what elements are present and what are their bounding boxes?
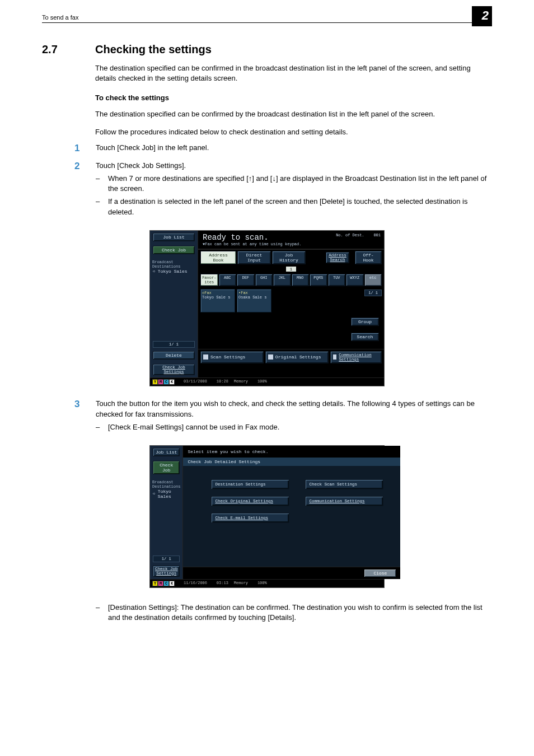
no-of-dest-label: No. of Dest.: [336, 233, 364, 237]
destination-item[interactable]: Tokyo Sales: [153, 269, 195, 274]
dest-card-tokyo[interactable]: ◇FaxTokyo Sale s: [200, 289, 235, 312]
alpha-wxyz[interactable]: WXYZ: [346, 274, 364, 286]
check-job-button[interactable]: Check Job: [153, 246, 195, 254]
scan-icon: [203, 354, 208, 360]
scan-settings-button[interactable]: Scan Settings: [200, 351, 264, 363]
dest-card-osaka[interactable]: ➧FaxOsaka Sale s: [237, 289, 271, 312]
destination-settings-button[interactable]: Destination Settings: [211, 479, 289, 489]
alpha-etc[interactable]: etc: [364, 274, 382, 286]
bullet: –[Destination Settings]: The destination…: [96, 603, 492, 624]
step-text: Touch the button for the item you wish t…: [96, 399, 492, 435]
alpha-tuv[interactable]: TUV: [328, 274, 346, 286]
tab-off-hook[interactable]: Off-Hook: [355, 251, 382, 264]
chapter-number-box: 2: [472, 6, 492, 26]
check-job-settings-button[interactable]: Check Job Settings: [153, 566, 180, 577]
card-page-counter: 1/ 1: [364, 290, 382, 296]
status-time: 03:13: [217, 581, 228, 585]
left-page-counter: 1/ 1: [153, 556, 180, 562]
ready-subtitle: ♥Fax can be sent at any time using keypa…: [198, 242, 384, 249]
select-item-title: Select item you wish to check.: [183, 446, 400, 458]
left-page-counter: 1/ 1: [153, 341, 195, 348]
section-heading: 2.7Checking the settings: [42, 43, 492, 56]
document-page: To send a fax 2 2.7Checking the settings…: [0, 0, 534, 756]
alpha-jkl[interactable]: JKL: [273, 274, 291, 286]
check-job-settings-button[interactable]: Check Job Settings: [153, 364, 195, 375]
check-original-settings-button[interactable]: Check Original Settings: [211, 496, 289, 506]
bullet: –If a destination is selected in the lef…: [96, 197, 492, 218]
step-number: 1: [74, 143, 96, 154]
communication-settings-button[interactable]: Communication Settings: [305, 496, 383, 506]
original-settings-button[interactable]: Original Settings: [265, 351, 329, 363]
step-1: 1 Touch [Check Job] in the left panel.: [42, 143, 492, 154]
step-number: 3: [74, 399, 96, 435]
job-list-button[interactable]: Job List: [153, 448, 180, 456]
communication-settings-button[interactable]: Communication Settings: [330, 351, 382, 363]
tab-page-indicator: 1: [286, 267, 296, 272]
no-of-dest-value: 001: [373, 233, 381, 237]
fax-icon: ◇Fax: [202, 291, 212, 295]
screen-header: Ready to scan. ♥Fax can be sent at any t…: [198, 231, 384, 250]
bullet: –[Check E-mail Settings] cannot be used …: [96, 422, 492, 433]
close-button[interactable]: Close: [364, 570, 396, 577]
sub-intro-2: Follow the procedures indicated below to…: [95, 127, 492, 137]
status-date: 11/16/2006: [184, 581, 207, 585]
tab-address-book[interactable]: Address Book: [200, 251, 236, 264]
status-date: 03/11/2008: [184, 379, 207, 384]
toner-indicator: YMCK: [152, 581, 175, 586]
delete-button[interactable]: Delete: [153, 351, 195, 360]
group-button[interactable]: Group: [351, 318, 379, 326]
comm-icon: [333, 354, 337, 360]
alpha-abc[interactable]: ABC: [219, 274, 237, 286]
device-screenshot-1: Job List Check Job Broadcast Destination…: [149, 230, 385, 386]
step-2: 2 Touch [Check Job Settings]. –When 7 or…: [42, 161, 492, 220]
step-text: Touch [Check Job] in the left panel.: [96, 143, 492, 154]
step-text: Touch [Check Job Settings]. –When 7 or m…: [96, 161, 492, 220]
intro-paragraph: The destination specified can be confirm…: [95, 63, 492, 83]
broadcast-label: Broadcast Destinations: [152, 260, 195, 269]
broadcast-label: Broadcast Destinations: [152, 480, 180, 489]
section-title: Checking the settings: [95, 43, 212, 55]
alpha-mno[interactable]: MNO: [292, 274, 310, 286]
bullet: –When 7 or more destinations are specifi…: [96, 174, 492, 195]
tab-direct-input[interactable]: Direct Input: [237, 251, 271, 264]
toner-indicator: YMCK: [152, 379, 175, 385]
detailed-settings-header: Check Job Detailed Settings: [183, 458, 400, 466]
memory-value: 100%: [257, 581, 267, 585]
alpha-pqrs[interactable]: PQRS: [310, 274, 327, 286]
device-screenshot-2: Job List Check Job Broadcast Destination…: [149, 445, 385, 588]
step-3: 3 Touch the button for the item you wish…: [42, 399, 492, 435]
status-time: 10:28: [217, 379, 228, 384]
alpha-ghi[interactable]: GHI: [255, 274, 273, 286]
memory-label: Memory: [234, 581, 248, 585]
tab-job-history[interactable]: Job History: [272, 251, 306, 264]
step-number: 2: [74, 161, 96, 220]
alpha-favorites[interactable]: Favor- ites: [200, 274, 218, 286]
alpha-def[interactable]: DEF: [237, 274, 255, 286]
check-scan-settings-button[interactable]: Check Scan Settings: [305, 479, 383, 489]
dest-icon: [153, 491, 156, 496]
post-bullet: –[Destination Settings]: The destination…: [42, 600, 492, 626]
job-list-button[interactable]: Job List: [153, 233, 195, 241]
dest-icon: [153, 269, 156, 274]
check-job-button[interactable]: Check Job: [153, 461, 180, 474]
header-rule: To send a fax 2: [42, 22, 492, 23]
subsection-heading: To check the settings: [95, 94, 492, 102]
search-button[interactable]: Search: [351, 333, 379, 341]
memory-label: Memory: [234, 379, 248, 384]
memory-value: 100%: [257, 379, 267, 384]
fax-icon: ➧Fax: [238, 291, 248, 295]
running-head: To send a fax: [42, 14, 78, 21]
section-number: 2.7: [42, 43, 95, 56]
tab-address-search[interactable]: Address Search: [326, 252, 349, 263]
sub-intro-1: The destination specified can be confirm…: [95, 109, 492, 119]
destination-item[interactable]: Tokyo Sales: [153, 489, 180, 499]
original-icon: [268, 354, 273, 360]
alpha-tabs: Favor- ites ABC DEF GHI JKL MNO PQRS TUV…: [198, 274, 384, 287]
check-email-settings-button[interactable]: Check E-mail Settings: [211, 513, 289, 523]
